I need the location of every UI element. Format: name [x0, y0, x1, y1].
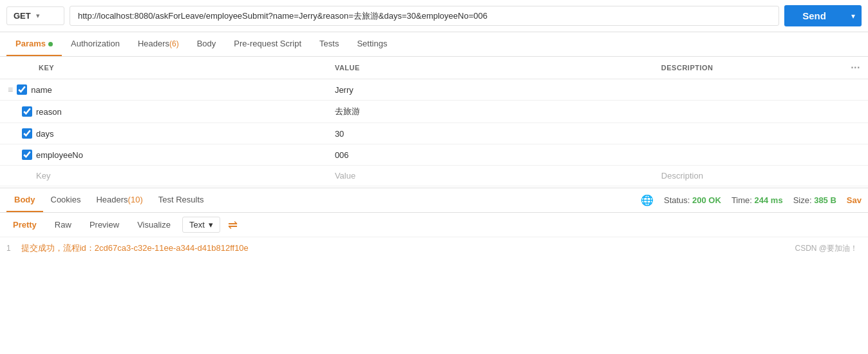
row-checkbox[interactable] — [22, 106, 32, 117]
tab-tests[interactable]: Tests — [310, 32, 348, 56]
key-value: employeeNo — [36, 150, 83, 160]
param-value: 006 — [335, 150, 349, 160]
response-line: 1 提交成功，流程id：2cd67ca3-c32e-11ee-a344-d41b… — [6, 242, 862, 254]
tab-settings[interactable]: Settings — [348, 32, 396, 56]
key-value: name — [31, 85, 52, 95]
fmt-tab-raw[interactable]: Raw — [48, 217, 78, 233]
response-tabs: Body Cookies Headers(10) Test Results — [6, 188, 641, 212]
resp-tab-cookies[interactable]: Cookies — [43, 188, 89, 212]
send-dropdown-arrow: ▾ — [845, 12, 862, 21]
time-value: 244 ms — [755, 195, 783, 205]
value-cell: 30 — [327, 123, 654, 144]
col-header-actions: ··· — [843, 57, 868, 79]
status-label: Status: 200 OK — [664, 195, 721, 205]
wrap-icon[interactable]: ⇌ — [228, 218, 238, 232]
size-label: Size: 385 B — [793, 195, 836, 205]
col-header-value: VALUE — [327, 57, 654, 79]
text-format-select[interactable]: Text ▾ — [182, 217, 220, 233]
watermark: CSDN @要加油！ — [795, 243, 858, 254]
method-select[interactable]: GET ▾ — [6, 6, 64, 25]
method-text: GET — [14, 11, 31, 21]
table-row: employeeNo 006 — [0, 144, 868, 166]
key-cell: days — [0, 123, 327, 144]
col-header-key: KEY — [0, 57, 327, 79]
line-number: 1 — [6, 244, 11, 253]
response-meta: 🌐 Status: 200 OK Time: 244 ms Size: 385 … — [641, 194, 862, 206]
actions-cell — [843, 144, 868, 166]
response-bar: Body Cookies Headers(10) Test Results 🌐 … — [0, 188, 868, 213]
value-placeholder: Value — [335, 171, 355, 181]
row-checkbox[interactable] — [22, 150, 32, 160]
resp-tab-body[interactable]: Body — [6, 188, 43, 212]
table-row: ≡ name Jerry — [0, 79, 868, 101]
drag-handle-icon: ≡ — [8, 84, 13, 95]
send-label: Send — [784, 10, 844, 21]
resp-tab-headers[interactable]: Headers(10) — [88, 188, 150, 212]
tab-authorization[interactable]: Authorization — [62, 32, 129, 56]
response-body: 1 提交成功，流程id：2cd67ca3-c32e-11ee-a344-d41b… — [0, 237, 868, 259]
desc-cell — [654, 101, 843, 123]
row-checkbox[interactable] — [17, 84, 27, 95]
value-cell: Jerry — [327, 79, 654, 101]
fmt-tab-preview[interactable]: Preview — [83, 217, 126, 233]
time-label: Time: 244 ms — [731, 195, 783, 205]
actions-cell — [843, 79, 868, 101]
actions-cell — [843, 123, 868, 144]
fmt-tab-visualize[interactable]: Visualize — [131, 217, 177, 233]
empty-value-cell[interactable]: Value — [327, 166, 654, 186]
tab-headers[interactable]: Headers(6) — [129, 32, 188, 56]
response-text: 提交成功，流程id：2cd67ca3-c32e-11ee-a344-d41b81… — [21, 242, 249, 254]
key-cell: employeeNo — [0, 144, 327, 166]
tab-body[interactable]: Body — [188, 32, 225, 56]
key-cell: reason — [0, 101, 327, 123]
col-header-desc: DESCRIPTION — [654, 57, 843, 79]
key-placeholder: Key — [36, 171, 50, 181]
value-cell: 去旅游 — [327, 101, 654, 123]
resp-tab-test-results[interactable]: Test Results — [151, 188, 212, 212]
key-value: days — [36, 129, 53, 139]
param-value: Jerry — [335, 85, 354, 95]
save-link[interactable]: Sav — [847, 195, 862, 205]
more-icon[interactable]: ··· — [851, 62, 860, 73]
desc-placeholder: Description — [661, 171, 703, 181]
request-tabs-bar: Params Authorization Headers(6) Body Pre… — [0, 32, 868, 57]
value-cell: 006 — [327, 144, 654, 166]
method-dropdown-arrow: ▾ — [36, 12, 40, 20]
size-value: 385 B — [814, 195, 836, 205]
actions-cell — [843, 101, 868, 123]
empty-row: Key Value Description — [0, 166, 868, 186]
desc-cell — [654, 144, 843, 166]
params-section: KEY VALUE DESCRIPTION ··· ≡ — [0, 57, 868, 186]
format-bar: Pretty Raw Preview Visualize Text ▾ ⇌ — [0, 213, 868, 237]
globe-icon: 🌐 — [641, 194, 654, 206]
desc-cell — [654, 123, 843, 144]
param-value: 去旅游 — [335, 106, 360, 116]
status-value: 200 OK — [692, 195, 721, 205]
params-dot — [48, 42, 53, 46]
row-checkbox[interactable] — [22, 128, 32, 139]
url-input[interactable] — [70, 6, 779, 26]
empty-actions-cell — [843, 166, 868, 186]
tab-params[interactable]: Params — [6, 32, 62, 56]
table-row: reason 去旅游 — [0, 101, 868, 123]
top-bar: GET ▾ Send ▾ — [0, 0, 868, 32]
fmt-tab-pretty[interactable]: Pretty — [6, 217, 43, 233]
key-cell: ≡ name — [0, 79, 327, 101]
send-button[interactable]: Send ▾ — [784, 5, 862, 26]
empty-desc-cell[interactable]: Description — [654, 166, 843, 186]
params-table: KEY VALUE DESCRIPTION ··· ≡ — [0, 57, 868, 186]
table-row: days 30 — [0, 123, 868, 144]
tab-prerequest[interactable]: Pre-request Script — [225, 32, 310, 56]
empty-key-cell[interactable]: Key — [0, 166, 327, 186]
key-value: reason — [36, 107, 62, 117]
desc-cell — [654, 79, 843, 101]
param-value: 30 — [335, 129, 344, 139]
